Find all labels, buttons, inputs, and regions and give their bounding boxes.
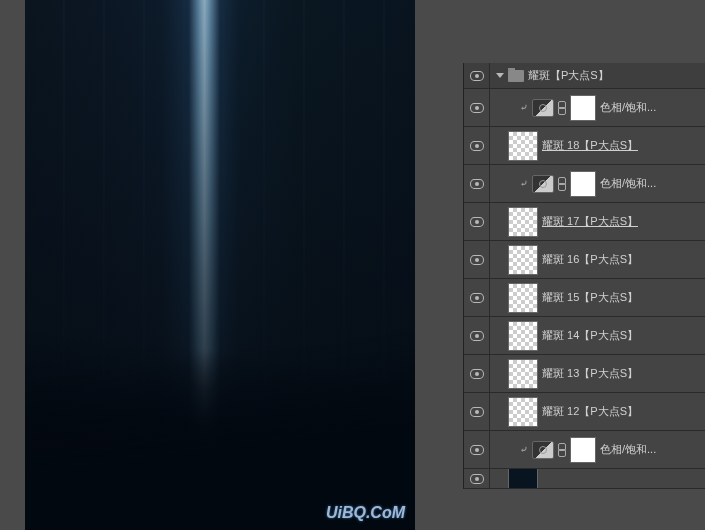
eye-icon <box>470 445 484 455</box>
adjustment-icon <box>532 99 554 117</box>
visibility-toggle[interactable] <box>464 393 490 430</box>
layer-name-label[interactable]: 耀斑 13【P大点S】 <box>542 366 705 381</box>
visibility-toggle[interactable] <box>464 241 490 278</box>
layer-name-label[interactable]: 耀斑 17【P大点S】 <box>542 214 705 229</box>
layer-thumbnail[interactable] <box>508 283 538 313</box>
layer-name-label[interactable]: 耀斑 16【P大点S】 <box>542 252 705 267</box>
visibility-toggle[interactable] <box>464 165 490 202</box>
layer-name-label[interactable]: 耀斑 12【P大点S】 <box>542 404 705 419</box>
layer-row[interactable]: ⤷ 色相/饱和... <box>464 431 705 469</box>
visibility-toggle[interactable] <box>464 127 490 164</box>
layers-panel: 耀斑【P大点S】 ⤷ 色相/饱和... 耀斑 18【P大点S】 ⤷ 色相/饱和.… <box>463 63 705 489</box>
layer-name-label[interactable]: 耀斑 15【P大点S】 <box>542 290 705 305</box>
layer-row[interactable]: 耀斑 15【P大点S】 <box>464 279 705 317</box>
layer-thumbnail[interactable] <box>508 397 538 427</box>
eye-icon <box>470 474 484 484</box>
layer-row[interactable] <box>464 469 705 489</box>
clip-arrow-icon: ⤷ <box>520 444 528 455</box>
layer-thumbnail[interactable] <box>508 131 538 161</box>
visibility-toggle[interactable] <box>464 469 490 488</box>
visibility-toggle[interactable] <box>464 279 490 316</box>
eye-icon <box>470 293 484 303</box>
visibility-toggle[interactable] <box>464 203 490 240</box>
eye-icon <box>470 141 484 151</box>
watermark-text: UiBQ.CoM <box>326 504 405 522</box>
layer-row[interactable]: 耀斑 14【P大点S】 <box>464 317 705 355</box>
eye-icon <box>470 331 484 341</box>
layer-row[interactable]: ⤷ 色相/饱和... <box>464 89 705 127</box>
eye-icon <box>470 179 484 189</box>
layer-thumbnail[interactable] <box>508 359 538 389</box>
folder-icon <box>508 70 524 82</box>
eye-icon <box>470 103 484 113</box>
visibility-toggle[interactable] <box>464 431 490 468</box>
adjustment-icon <box>532 441 554 459</box>
layer-name-label[interactable]: 耀斑 14【P大点S】 <box>542 328 705 343</box>
layer-thumbnail[interactable] <box>508 321 538 351</box>
clip-arrow-icon: ⤷ <box>520 178 528 189</box>
eye-icon <box>470 217 484 227</box>
visibility-toggle[interactable] <box>464 317 490 354</box>
layer-group-header[interactable]: 耀斑【P大点S】 <box>464 63 705 89</box>
disclosure-triangle-icon[interactable] <box>496 73 504 78</box>
mask-thumbnail[interactable] <box>570 437 596 463</box>
layer-row[interactable]: 耀斑 17【P大点S】 <box>464 203 705 241</box>
document-canvas[interactable]: UiBQ.CoM <box>25 0 415 530</box>
eye-icon <box>470 71 484 81</box>
group-name[interactable]: 耀斑【P大点S】 <box>528 68 705 83</box>
link-icon <box>558 444 566 456</box>
layer-name-label[interactable]: 耀斑 18【P大点S】 <box>542 138 705 153</box>
layer-name-label[interactable]: 色相/饱和... <box>600 176 705 191</box>
layer-row[interactable]: 耀斑 12【P大点S】 <box>464 393 705 431</box>
eye-icon <box>470 255 484 265</box>
clip-arrow-icon: ⤷ <box>520 102 528 113</box>
eye-icon <box>470 407 484 417</box>
layer-thumbnail[interactable] <box>508 469 538 489</box>
link-icon <box>558 178 566 190</box>
layer-thumbnail[interactable] <box>508 245 538 275</box>
visibility-toggle[interactable] <box>464 63 490 88</box>
link-icon <box>558 102 566 114</box>
mask-thumbnail[interactable] <box>570 95 596 121</box>
layer-row[interactable]: ⤷ 色相/饱和... <box>464 165 705 203</box>
layer-name-label[interactable]: 色相/饱和... <box>600 100 705 115</box>
layer-thumbnail[interactable] <box>508 207 538 237</box>
layer-row[interactable]: 耀斑 18【P大点S】 <box>464 127 705 165</box>
layer-name-label[interactable]: 色相/饱和... <box>600 442 705 457</box>
layer-row[interactable]: 耀斑 13【P大点S】 <box>464 355 705 393</box>
visibility-toggle[interactable] <box>464 89 490 126</box>
visibility-toggle[interactable] <box>464 355 490 392</box>
eye-icon <box>470 369 484 379</box>
adjustment-icon <box>532 175 554 193</box>
mask-thumbnail[interactable] <box>570 171 596 197</box>
layer-row[interactable]: 耀斑 16【P大点S】 <box>464 241 705 279</box>
